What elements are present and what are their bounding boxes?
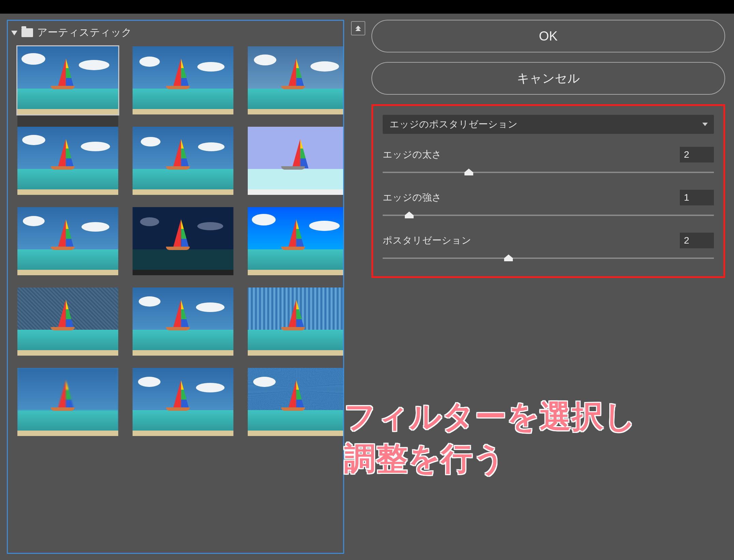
filter-thumbnail[interactable] bbox=[248, 46, 344, 114]
cancel-button[interactable]: キャンセル bbox=[371, 62, 725, 95]
filter-thumbnail[interactable] bbox=[248, 207, 344, 275]
param-input-posterization[interactable] bbox=[680, 233, 714, 248]
collapse-panel-button[interactable] bbox=[351, 21, 365, 35]
param-input-edge-thickness[interactable] bbox=[680, 147, 714, 162]
disclosure-triangle-icon[interactable] bbox=[11, 31, 17, 35]
filter-thumbnail[interactable] bbox=[17, 207, 118, 275]
chevron-down-icon bbox=[702, 123, 708, 126]
chevron-up-icon bbox=[355, 28, 361, 31]
slider-edge-intensity[interactable] bbox=[383, 212, 714, 218]
param-edge-intensity: エッジの強さ bbox=[383, 190, 714, 218]
filter-thumbnail[interactable] bbox=[133, 127, 233, 195]
filter-gallery-panel: アーティスティック bbox=[7, 20, 344, 554]
slider-posterization[interactable] bbox=[383, 254, 714, 261]
filter-settings-highlight: エッジのポスタリゼーション エッジの太さ エッジの強さ bbox=[371, 104, 725, 278]
filter-dropdown-label: エッジのポスタリゼーション bbox=[389, 118, 518, 131]
category-label: アーティスティック bbox=[37, 26, 132, 40]
filter-thumbnail[interactable] bbox=[133, 207, 233, 275]
tutorial-annotation: フィルターを選択し 調整を行う bbox=[344, 395, 637, 480]
param-label: エッジの強さ bbox=[383, 191, 442, 204]
slider-thumb-icon[interactable] bbox=[504, 254, 513, 261]
slider-thumb-icon[interactable] bbox=[405, 212, 414, 218]
folder-icon bbox=[21, 28, 33, 37]
filter-thumbnail[interactable] bbox=[17, 368, 118, 436]
param-edge-thickness: エッジの太さ bbox=[383, 147, 714, 175]
param-label: エッジの太さ bbox=[383, 148, 442, 161]
filter-thumbnail[interactable] bbox=[248, 287, 344, 356]
param-label: ポスタリゼーション bbox=[383, 234, 471, 247]
filter-thumbnail[interactable] bbox=[17, 287, 118, 356]
thumbnail-grid bbox=[8, 44, 343, 444]
category-header[interactable]: アーティスティック bbox=[8, 21, 343, 44]
filter-thumbnail[interactable] bbox=[133, 287, 233, 356]
slider-thumb-icon[interactable] bbox=[464, 169, 473, 175]
filter-dropdown[interactable]: エッジのポスタリゼーション bbox=[383, 115, 714, 134]
filter-thumbnail[interactable] bbox=[133, 46, 233, 114]
filter-thumbnail[interactable] bbox=[248, 368, 344, 436]
param-input-edge-intensity[interactable] bbox=[680, 190, 714, 205]
filter-thumbnail[interactable] bbox=[133, 368, 233, 436]
slider-edge-thickness[interactable] bbox=[383, 169, 714, 175]
filter-thumbnail[interactable] bbox=[17, 46, 118, 114]
filter-thumbnail[interactable] bbox=[17, 127, 118, 195]
param-posterization: ポスタリゼーション bbox=[383, 233, 714, 261]
filter-thumbnail[interactable] bbox=[248, 127, 344, 195]
ok-button[interactable]: OK bbox=[371, 20, 725, 52]
